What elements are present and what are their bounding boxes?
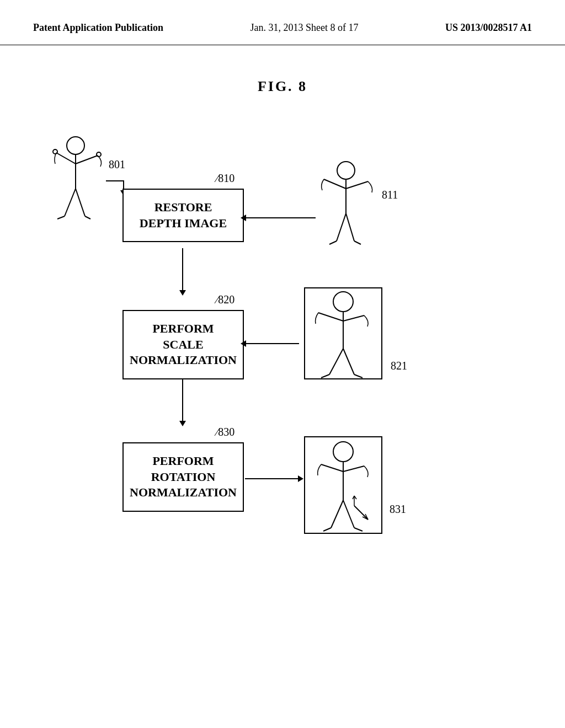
svg-line-22 bbox=[343, 315, 364, 321]
svg-line-33 bbox=[343, 500, 354, 528]
label-811: 811 bbox=[382, 189, 398, 201]
svg-line-8 bbox=[57, 216, 65, 219]
svg-line-14 bbox=[337, 213, 346, 241]
svg-line-35 bbox=[354, 528, 363, 531]
figure-821 bbox=[299, 285, 387, 384]
label-801: 801 bbox=[109, 158, 125, 171]
figure-831 bbox=[299, 434, 387, 538]
label-820: ∕820 bbox=[216, 293, 234, 306]
svg-point-19 bbox=[333, 292, 353, 312]
svg-point-0 bbox=[67, 137, 84, 154]
svg-line-32 bbox=[331, 500, 343, 528]
label-821: 821 bbox=[391, 360, 407, 372]
publication-date: Jan. 31, 2013 Sheet 8 of 17 bbox=[250, 22, 359, 34]
arrow-810-820 bbox=[182, 248, 183, 291]
svg-point-5 bbox=[97, 152, 101, 157]
page-header: Patent Application Publication Jan. 31, … bbox=[0, 0, 565, 45]
svg-line-17 bbox=[354, 241, 361, 244]
svg-line-26 bbox=[354, 374, 363, 378]
box-830-text: PERFORM ROTATION NORMALIZATION bbox=[130, 454, 237, 499]
box-810-text: RESTORE DEPTH IMAGE bbox=[140, 200, 227, 230]
svg-line-30 bbox=[321, 464, 343, 472]
box-restore-depth: RESTORE DEPTH IMAGE bbox=[122, 189, 244, 242]
svg-point-10 bbox=[337, 162, 355, 179]
svg-line-12 bbox=[324, 179, 346, 189]
arrow-830-831 bbox=[245, 478, 299, 479]
label-830: ∕830 bbox=[216, 426, 234, 438]
svg-line-16 bbox=[329, 241, 337, 244]
svg-line-25 bbox=[321, 374, 329, 378]
label-810: ∕810 bbox=[216, 172, 234, 185]
label-831: 831 bbox=[390, 503, 406, 516]
figure-title: FIG. 8 bbox=[33, 78, 532, 95]
figure-811 bbox=[316, 158, 382, 249]
publication-label: Patent Application Publication bbox=[33, 22, 163, 34]
svg-line-23 bbox=[329, 349, 343, 374]
box-820-text: PERFORM SCALE NORMALIZATION bbox=[130, 322, 237, 367]
figure-801 bbox=[45, 133, 117, 229]
arrow-820-830 bbox=[182, 379, 183, 422]
svg-line-15 bbox=[346, 213, 354, 241]
diagram: 801 ∕810 RESTORE DEPTH IMAGE ∕820 PERFOR… bbox=[45, 128, 520, 707]
svg-line-6 bbox=[65, 189, 76, 216]
svg-line-21 bbox=[318, 313, 343, 321]
svg-line-13 bbox=[346, 181, 368, 189]
svg-line-36 bbox=[354, 506, 368, 520]
box-rotation-norm: PERFORM ROTATION NORMALIZATION bbox=[122, 442, 244, 512]
connector-801-810 bbox=[106, 180, 124, 181]
svg-point-4 bbox=[53, 149, 57, 154]
svg-point-28 bbox=[333, 442, 353, 462]
svg-line-3 bbox=[76, 156, 98, 164]
svg-line-9 bbox=[85, 216, 90, 219]
svg-line-31 bbox=[343, 466, 364, 472]
main-content: FIG. 8 bbox=[0, 45, 565, 728]
arrow-811-810 bbox=[245, 217, 316, 218]
svg-line-7 bbox=[76, 189, 85, 216]
patent-number: US 2013/0028517 A1 bbox=[445, 22, 532, 34]
arrow-821-820 bbox=[245, 343, 299, 344]
svg-line-34 bbox=[323, 528, 331, 531]
box-scale-norm: PERFORM SCALE NORMALIZATION bbox=[122, 310, 244, 379]
svg-line-24 bbox=[343, 349, 354, 374]
